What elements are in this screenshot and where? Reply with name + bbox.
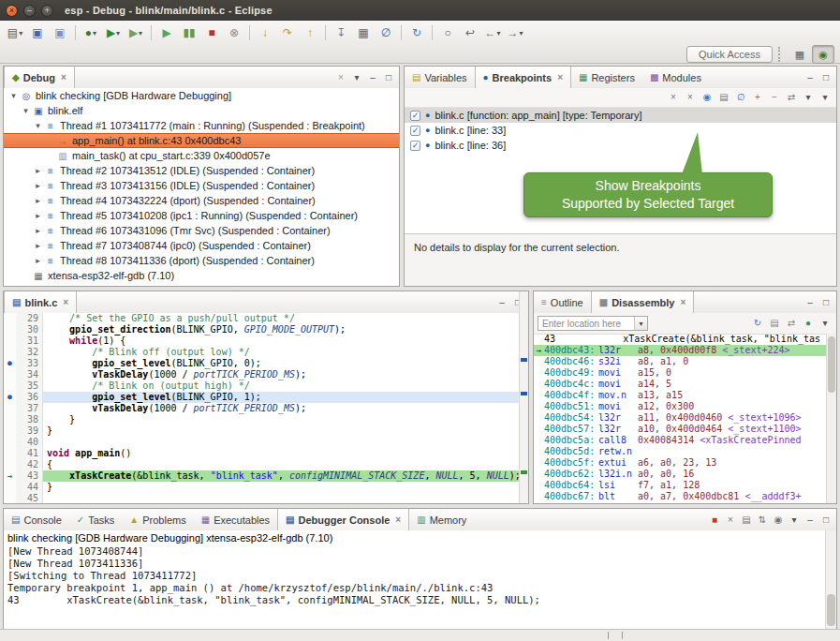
debug-tree[interactable]: ▾◎blink checking [GDB Hardware Debugging…: [4, 88, 399, 286]
expander-closed-icon[interactable]: ▸: [32, 166, 44, 175]
debug-tree-item[interactable]: →app_main() at blink.c:43 0x400dbc43: [4, 133, 399, 148]
refresh-button[interactable]: ↻: [750, 317, 765, 331]
debug-tree-item[interactable]: ▾≡Thread #1 1073411772 (main : Running) …: [4, 118, 399, 133]
current-ip-marker[interactable]: →: [4, 470, 16, 482]
close-tab-icon[interactable]: ×: [61, 72, 66, 82]
scrollbar-thumb[interactable]: [827, 594, 835, 626]
clear-console-button[interactable]: ▤: [739, 513, 754, 527]
breakpoints-list[interactable]: ✓●blink.c [function: app_main] [type: Te…: [405, 108, 836, 153]
maximize-button[interactable]: □: [818, 513, 833, 527]
save-button[interactable]: ▣: [26, 23, 49, 42]
overview-ruler[interactable]: [519, 291, 528, 503]
expander-closed-icon[interactable]: ▸: [32, 226, 44, 235]
tab-variables[interactable]: ▤Variables: [405, 67, 475, 88]
collapse-all-button[interactable]: −: [767, 91, 782, 105]
view-menu-button[interactable]: ▾: [818, 91, 833, 105]
minimize-button[interactable]: –: [803, 513, 818, 527]
debug-tree-item[interactable]: ▾▣blink.elf: [4, 103, 399, 118]
tab-registers[interactable]: ▦Registers: [571, 67, 642, 88]
link-with-active-debug-context-button[interactable]: ⇄: [784, 317, 799, 331]
debug-button[interactable]: ●▾: [80, 23, 102, 42]
disassembly-scrollbar[interactable]: [826, 334, 836, 503]
resume-button[interactable]: ▶: [155, 23, 178, 42]
maximize-button[interactable]: □: [381, 70, 396, 84]
step-into-button[interactable]: ↓: [254, 23, 276, 42]
last-edit-location-button[interactable]: ↩: [459, 23, 481, 42]
terminate-button[interactable]: ■: [200, 23, 223, 42]
skip-all-breakpoints-button[interactable]: ∅: [375, 23, 397, 42]
expander-open-icon[interactable]: ▾: [20, 106, 32, 115]
search-button[interactable]: ○: [436, 23, 459, 42]
suspend-button[interactable]: ▮▮: [178, 23, 200, 42]
tab-outline[interactable]: ≡Outline: [534, 291, 591, 313]
debug-tree-item[interactable]: ▦xtensa-esp32-elf-gdb (7.10): [4, 268, 399, 283]
instruction-stepping-button[interactable]: ▦: [352, 23, 375, 42]
tab-disassembly[interactable]: ▦Disassembly×: [591, 291, 695, 313]
code-area[interactable]: 29 /* Set the GPIO as a push/pull output…: [4, 313, 520, 503]
debug-tree-item[interactable]: ▸≡Thread #3 1073413156 (IDLE) (Suspended…: [4, 178, 399, 193]
expander-closed-icon[interactable]: ▸: [32, 196, 44, 205]
breakpoint-checkbox[interactable]: ✓: [410, 111, 420, 121]
debug-tree-item[interactable]: ▸≡Thread #6 1073431096 (Tmr Svc) (Suspen…: [4, 223, 399, 238]
debug-perspective-button[interactable]: ◉: [812, 45, 834, 64]
tab-breakpoints[interactable]: ●Breakpoints×: [475, 67, 571, 88]
go-to-file-for-breakpoint-button[interactable]: ▤: [716, 91, 731, 105]
remove-all-breakpoints-button[interactable]: ×: [683, 91, 698, 105]
scroll-lock-button[interactable]: ⇅: [755, 513, 770, 527]
breakpoint-checkbox[interactable]: ✓: [410, 141, 420, 151]
back-button[interactable]: ←▾: [481, 23, 504, 42]
editor-body[interactable]: 29 /* Set the GPIO as a push/pull output…: [4, 313, 520, 503]
debug-tree-item[interactable]: ▸≡Thread #4 1073432224 (dport) (Suspende…: [4, 193, 399, 208]
expand-all-button[interactable]: +: [750, 91, 765, 105]
overview-breakpoint-marker[interactable]: [521, 392, 527, 395]
forward-button[interactable]: →▾: [504, 23, 526, 42]
new-button[interactable]: ▤▾: [4, 23, 26, 42]
splitter-grip[interactable]: [608, 632, 623, 639]
debug-tree-item[interactable]: ▸≡Thread #8 1073411336 (dport) (Suspende…: [4, 253, 399, 268]
minimize-button[interactable]: –: [365, 70, 380, 84]
external-tools-button[interactable]: ▶▾: [125, 23, 147, 42]
step-return-button[interactable]: ↑: [299, 23, 321, 42]
add-breakpoint-menu-button[interactable]: ▾: [801, 91, 816, 105]
debug-tree-item[interactable]: ▥main_task() at cpu_start.c:339 0x400d05…: [4, 148, 399, 163]
pin-console-button[interactable]: ◉: [771, 513, 786, 527]
expander-open-icon[interactable]: ▾: [32, 121, 44, 130]
save-all-button[interactable]: ▣: [49, 23, 71, 42]
minimize-button[interactable]: –: [803, 70, 818, 84]
console-output[interactable]: blink checking [GDB Hardware Debugging] …: [4, 530, 826, 629]
terminate-button[interactable]: ■: [707, 513, 722, 527]
view-menu-button[interactable]: ▾: [818, 317, 833, 331]
display-selected-console-button[interactable]: ▾: [787, 513, 802, 527]
remove-launch-button[interactable]: ×: [723, 513, 738, 527]
close-tab-icon[interactable]: ×: [63, 297, 68, 307]
expander-open-icon[interactable]: ▾: [7, 91, 20, 100]
debug-tree-item[interactable]: ▾◎blink checking [GDB Hardware Debugging…: [4, 88, 399, 103]
remove-all-terminated-button[interactable]: ×: [333, 70, 348, 84]
breakpoint-row[interactable]: ✓●blink.c [line: 36]: [405, 138, 836, 153]
tab-modules[interactable]: ▩Modules: [642, 67, 709, 88]
link-with-debug-view-button[interactable]: ⇄: [784, 91, 799, 105]
open-perspective-button[interactable]: ▦: [789, 46, 810, 63]
minimize-button[interactable]: –: [494, 295, 509, 309]
tab-executables[interactable]: ▦Executables: [194, 509, 277, 530]
overview-ip-marker[interactable]: [521, 470, 527, 474]
tab-problems[interactable]: ▲Problems: [122, 509, 193, 530]
close-tab-icon[interactable]: ×: [680, 297, 685, 307]
minimize-button[interactable]: –: [803, 295, 818, 309]
expander-closed-icon[interactable]: ▸: [32, 256, 44, 265]
breakpoint-checkbox[interactable]: ✓: [410, 126, 420, 136]
scrollbar-thumb[interactable]: [828, 336, 835, 393]
debug-tree-item[interactable]: ▸≡Thread #7 1073408744 (ipc0) (Suspended…: [4, 238, 399, 253]
tab-blink-c[interactable]: ▤blink.c×: [4, 291, 77, 313]
tab-console[interactable]: ▤Console: [4, 509, 69, 530]
breakpoint-row[interactable]: ✓●blink.c [function: app_main] [type: Te…: [405, 108, 836, 123]
overview-breakpoint-marker[interactable]: [521, 358, 527, 362]
tab-debug[interactable]: ◆Debug×: [4, 67, 75, 88]
tab-tasks[interactable]: ✓Tasks: [69, 509, 123, 530]
location-input[interactable]: Enter location here ▾: [538, 316, 648, 331]
view-menu-button[interactable]: ▾: [349, 70, 364, 84]
disconnect-button[interactable]: ⊗: [223, 23, 245, 42]
expander-closed-icon[interactable]: ▸: [32, 211, 44, 220]
restart-button[interactable]: ↻: [405, 23, 428, 42]
breakpoint-marker[interactable]: ●: [4, 358, 16, 369]
